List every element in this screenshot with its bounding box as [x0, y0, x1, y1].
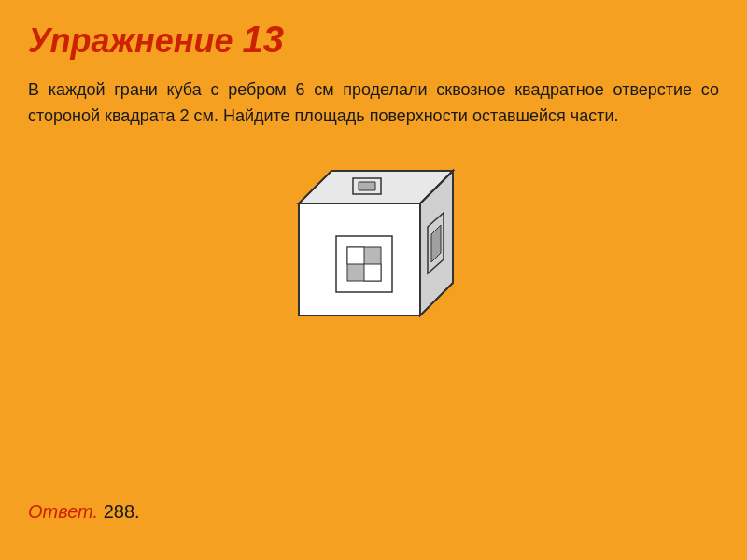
- answer-label: Ответ.: [28, 501, 98, 522]
- svg-rect-6: [364, 264, 381, 281]
- title-number: 13: [243, 19, 285, 60]
- cube-illustration: [271, 152, 476, 348]
- answer-value: 288.: [98, 501, 139, 522]
- illustration-container: [28, 152, 719, 348]
- page-title: Упражнение 13: [28, 19, 719, 61]
- page-container: Упражнение 13 В каждой грани куба с ребр…: [0, 0, 747, 560]
- answer-section: Ответ. 288.: [28, 501, 140, 523]
- svg-marker-8: [359, 182, 375, 190]
- problem-text: В каждой грани куба с ребром 6 см продел…: [28, 77, 719, 130]
- title-prefix: Упражнение: [28, 21, 243, 60]
- svg-rect-5: [347, 247, 364, 264]
